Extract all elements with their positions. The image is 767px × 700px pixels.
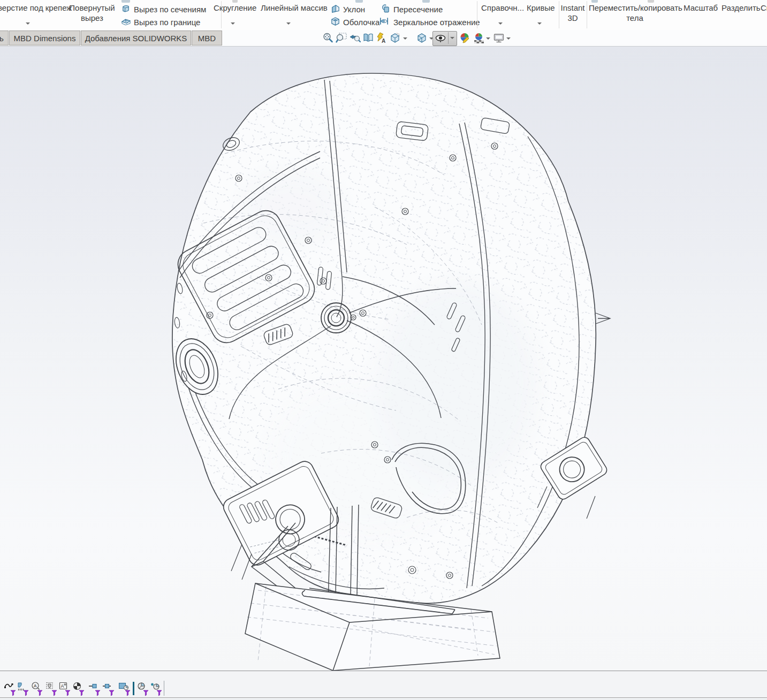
dropdown-caret[interactable] [403, 37, 407, 40]
tab-mbd-dimensions[interactable]: MBD Dimensions [9, 31, 80, 45]
revolved-cut-line1: Повернутый [69, 3, 116, 13]
split-button[interactable]: Разделить [722, 3, 761, 12]
dropdown-caret[interactable] [506, 37, 511, 40]
clipped-icon-fragment [355, 0, 363, 3]
dropdown-caret[interactable] [286, 22, 291, 25]
graphics-area[interactable] [0, 47, 767, 671]
view-orientation-icon[interactable] [389, 32, 401, 44]
filter-vertex-selection-icon[interactable] [103, 682, 115, 696]
instant3d-line2: 3D [560, 13, 586, 23]
draft-button[interactable]: Уклон [343, 5, 365, 14]
view-settings-icon[interactable] [493, 32, 505, 44]
previous-view-icon[interactable] [349, 32, 361, 44]
revolved-cut-line2: вырез [69, 13, 116, 23]
boundary-cut-icon [121, 16, 131, 26]
draft-icon [330, 4, 340, 14]
move-copy-bodies-button[interactable]: Переместить/копировать тела [589, 3, 681, 23]
filter-group-separator [133, 682, 134, 695]
clipped-icon-fragment [232, 0, 238, 3]
clipped-icon-fragment [121, 0, 130, 3]
scale-button[interactable]: Масштаб [684, 3, 718, 12]
filter-edges-icon[interactable] [4, 682, 16, 696]
dropdown-caret[interactable] [498, 22, 503, 25]
move-copy-line2: тела [589, 13, 681, 23]
display-style-icon[interactable] [416, 32, 428, 44]
section-view-icon[interactable] [362, 32, 374, 44]
ribbon-separator [559, 1, 559, 28]
filter-surface-bodies-icon[interactable] [150, 682, 162, 696]
clipped-icon-fragment [422, 0, 430, 3]
eye-icon [435, 32, 446, 44]
reference-geometry-button[interactable]: Справочн... [481, 3, 524, 12]
clipped-right-button[interactable]: Ск [761, 3, 767, 12]
hide-show-items-button[interactable] [432, 31, 457, 46]
svg-text:A: A [34, 683, 37, 688]
intersect-icon [380, 4, 390, 14]
filter-edge-selection-icon[interactable] [89, 682, 101, 696]
edit-appearance-icon[interactable] [459, 32, 471, 44]
revolved-cut-button[interactable]: Повернутый вырез [69, 3, 116, 23]
boundary-cut-button[interactable]: Вырез по границе [134, 18, 200, 27]
dropdown-caret[interactable] [450, 37, 454, 39]
dropdown-caret[interactable] [486, 37, 490, 40]
dropdown-caret[interactable] [26, 22, 30, 25]
apply-scene-icon[interactable] [473, 32, 485, 44]
loft-cut-icon [121, 4, 131, 14]
toolbar-end-separator [164, 681, 164, 696]
filter-weld-beads-icon[interactable] [17, 682, 29, 696]
tab-solidworks-addins[interactable]: Добавления SOLIDWORKS [81, 31, 191, 45]
ribbon-separator [477, 1, 477, 28]
selection-filter-toolbar: A A [0, 671, 767, 698]
shell-button[interactable]: Оболочка [343, 18, 379, 27]
zoom-to-fit-icon[interactable] [322, 32, 334, 44]
svg-text:A: A [61, 683, 64, 689]
loft-cut-button[interactable]: Вырез по сечениям [134, 5, 206, 14]
zoom-to-area-icon[interactable] [336, 32, 347, 44]
linear-pattern-button[interactable]: Линейный массив [261, 3, 328, 12]
filter-datums-icon[interactable] [45, 682, 57, 696]
instant3d-button[interactable]: Instant 3D [560, 3, 586, 23]
move-copy-line1: Переместить/копировать [589, 3, 681, 13]
fillet-button[interactable]: Скругление [214, 3, 256, 12]
tab-mbd[interactable]: MBD [192, 31, 222, 45]
intersect-button[interactable]: Пересечение [393, 5, 443, 14]
ribbon: верстие под крепеж Повернутый вырез Выре… [0, 0, 767, 30]
command-manager-tab-bar: ь MBD Dimensions Добавления SOLIDWORKS M… [0, 30, 767, 47]
svg-text:A: A [382, 38, 385, 44]
hole-wizard-button[interactable]: верстие под крепеж [0, 3, 72, 12]
filter-face-selection-icon[interactable] [119, 682, 131, 696]
dropdown-caret[interactable] [231, 22, 235, 25]
dynamic-annotation-views-icon[interactable]: A [375, 32, 387, 44]
tab-clipped[interactable]: ь [0, 31, 9, 45]
filter-notes-icon[interactable]: A [59, 682, 71, 696]
mirror-button[interactable]: Зеркальное отражение [393, 18, 480, 27]
status-bar-edge [0, 698, 767, 700]
curves-button[interactable]: Кривые [527, 3, 555, 12]
button-divider [448, 32, 449, 44]
filter-solid-bodies-icon[interactable] [137, 682, 149, 696]
filter-dimensions-icon[interactable]: A [31, 682, 43, 696]
ribbon-separator [587, 1, 587, 28]
shell-icon [330, 16, 340, 26]
solidworks-window: { "ribbon": { "hole_wizard": "верстие по… [0, 0, 767, 700]
filter-appearances-icon[interactable] [73, 682, 85, 696]
instant3d-line1: Instant [560, 3, 586, 13]
dropdown-caret[interactable] [537, 22, 542, 25]
mirror-icon [379, 16, 389, 26]
wireframe-helmet-model [0, 47, 767, 671]
